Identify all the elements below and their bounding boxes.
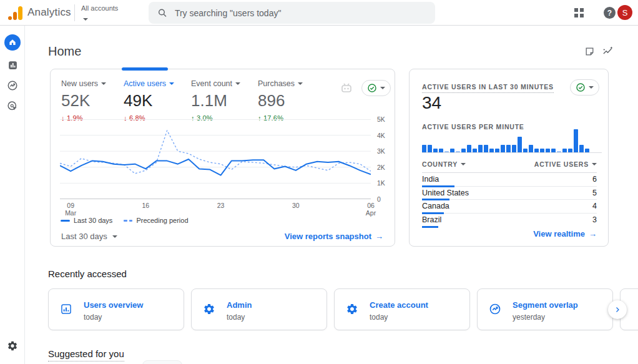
recent-card-time: today (84, 313, 102, 322)
apps-grid-icon[interactable] (574, 8, 584, 17)
check-circle-icon (367, 83, 377, 93)
bar-chart-baseline (422, 152, 602, 153)
chevron-right-icon (614, 306, 621, 313)
gear-icon (7, 340, 18, 352)
account-selector-label: All accounts (81, 4, 118, 12)
overview-metrics-card: New users 52K ↓ 1.9% Active users 49K ↓ … (50, 69, 395, 247)
column-active-users[interactable]: ACTIVE USERS (534, 160, 597, 168)
minute-bar (579, 145, 584, 152)
sidebar-item-explore[interactable] (4, 77, 21, 94)
sidebar-item-reports[interactable] (4, 57, 21, 73)
recent-card-label: Segment overlap (513, 300, 578, 310)
minute-bar (529, 145, 533, 152)
sidebar-item-admin[interactable] (4, 338, 21, 354)
legend-preceding-period: Preceding period (124, 217, 188, 224)
chevron-down-icon (235, 82, 240, 85)
bar-chart-icon (60, 303, 72, 318)
recent-card-create-account[interactable]: Create account today (334, 288, 470, 330)
recent-card-time: today (227, 313, 245, 322)
y-tick: 2K (377, 164, 385, 171)
recent-card-admin[interactable]: Admin today (191, 288, 327, 330)
search-bar[interactable] (149, 2, 435, 24)
realtime-country-table: COUNTRY ACTIVE USERS India 6 United Stat… (422, 157, 597, 227)
arrow-right-icon: → (589, 229, 597, 239)
insights-robot-icon (339, 81, 354, 98)
cutoff-pill (142, 360, 182, 364)
trend-line-chart[interactable] (60, 119, 371, 199)
avatar[interactable]: S (617, 5, 632, 20)
data-quality-badge[interactable] (361, 80, 391, 96)
home-icon (8, 38, 17, 47)
metric-event-count[interactable]: Event count 1.1M ↑ 3.0% (191, 79, 240, 122)
chevron-down-icon (298, 82, 303, 85)
search-input[interactable] (175, 8, 426, 18)
chevron-down-icon (380, 87, 385, 89)
metric-active-users[interactable]: Active users 49K ↓ 6.8% (124, 79, 174, 122)
recent-card-time: yesterday (513, 313, 545, 322)
help-icon[interactable]: ? (604, 7, 616, 19)
country-value: 6 (592, 175, 597, 184)
metric-label: Purchases (258, 79, 295, 88)
date-range-selector[interactable]: Last 30 days (61, 232, 117, 241)
minute-bar (506, 145, 511, 152)
recent-card-users-overview[interactable]: Users overview today (48, 288, 184, 330)
metric-new-users[interactable]: New users 52K ↓ 1.9% (61, 79, 106, 122)
metric-label: New users (61, 79, 98, 88)
analytics-logo-icon[interactable] (8, 6, 23, 21)
gear-icon (346, 303, 358, 318)
table-row[interactable]: Brazil 3 (422, 214, 597, 227)
insights-icon[interactable] (602, 46, 614, 61)
minute-bar (467, 145, 471, 152)
minute-bar (484, 145, 488, 152)
table-row[interactable]: Canada 4 (422, 200, 597, 214)
chevron-down-icon (461, 163, 466, 165)
y-tick: 1K (377, 179, 385, 187)
chart-legend: Last 30 days Preceding period (61, 217, 189, 224)
view-realtime-link[interactable]: View realtime→ (533, 229, 597, 239)
arrow-right-icon: → (375, 232, 383, 241)
explore-icon (489, 303, 501, 318)
chevron-down-icon (592, 163, 597, 165)
chevron-down-icon (589, 86, 594, 89)
y-tick: 0 (377, 195, 381, 203)
per-minute-bar-chart[interactable] (422, 127, 589, 152)
active-users-count: 34 (422, 93, 441, 113)
metric-value: 52K (61, 91, 106, 111)
country-name: Canada (422, 202, 449, 210)
minute-bar (512, 145, 516, 152)
notes-icon[interactable] (584, 46, 595, 59)
x-tick: 06Apr (366, 202, 376, 217)
data-quality-badge[interactable] (570, 79, 599, 96)
chevron-down-icon (169, 82, 174, 85)
solid-line-swatch (61, 220, 70, 222)
advertising-icon (7, 101, 18, 112)
sidebar-item-home[interactable] (4, 34, 21, 51)
sidebar-item-advertising[interactable] (4, 98, 21, 114)
x-tick: 09Mar (65, 202, 76, 217)
account-selector[interactable]: All accounts (81, 4, 118, 23)
recently-accessed-title: Recently accessed (48, 268, 127, 279)
table-row[interactable]: India 6 (422, 173, 597, 187)
product-name: Analytics (27, 6, 71, 19)
minute-bar (518, 137, 522, 152)
left-nav-rail (0, 26, 25, 364)
chevron-down-icon (112, 235, 117, 238)
column-country[interactable]: COUNTRY (422, 160, 466, 168)
table-row[interactable]: United States 5 (422, 187, 597, 200)
minute-bar (428, 145, 432, 152)
minute-bar (422, 145, 426, 152)
carousel-next-button[interactable] (608, 300, 627, 319)
recent-card-time: today (370, 313, 388, 322)
chevron-down-icon (83, 18, 88, 21)
recent-card-label: Admin (227, 300, 252, 310)
x-tick: 30 (292, 202, 300, 209)
check-circle-icon (576, 82, 586, 92)
search-icon (157, 7, 167, 18)
active-metric-tab-indicator (122, 67, 168, 71)
chevron-down-icon (101, 82, 106, 85)
y-tick: 4K (377, 132, 385, 139)
recent-card-segment-overlap[interactable]: Segment overlap yesterday (477, 288, 613, 330)
view-reports-snapshot-link[interactable]: View reports snapshot→ (285, 232, 383, 241)
dashed-line-swatch (124, 220, 132, 222)
metric-purchases[interactable]: Purchases 896 ↑ 17.6% (258, 79, 303, 122)
